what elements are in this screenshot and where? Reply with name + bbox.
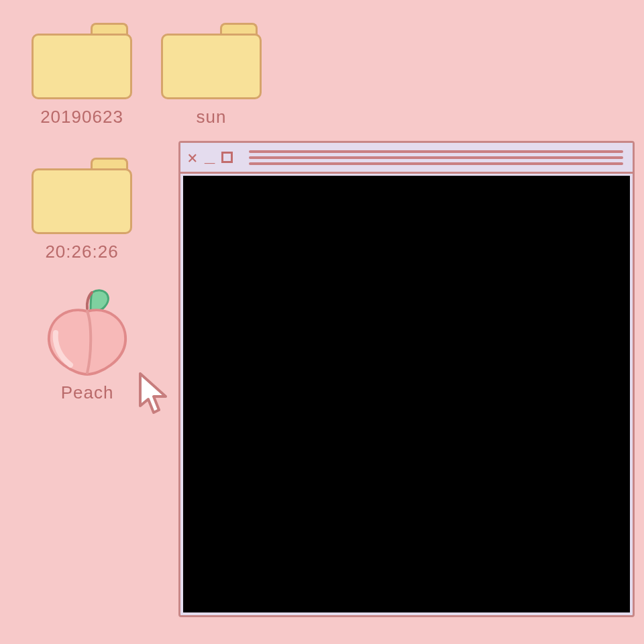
window-titlebar[interactable]: × _ <box>180 143 633 174</box>
maximize-icon[interactable] <box>221 152 233 163</box>
window-content <box>183 176 630 612</box>
folder-icon <box>32 23 132 100</box>
close-icon[interactable]: × <box>187 149 198 166</box>
folder-sun[interactable]: sun <box>158 23 265 127</box>
icon-label: 20:26:26 <box>28 241 136 262</box>
folder-time[interactable]: 20:26:26 <box>28 158 136 262</box>
app-peach[interactable]: Peach <box>37 288 138 403</box>
icon-label: sun <box>158 107 265 127</box>
titlebar-grip-icon <box>249 150 623 165</box>
folder-20190623[interactable]: 20190623 <box>28 23 136 127</box>
folder-icon <box>161 23 262 100</box>
peach-icon <box>44 288 131 376</box>
arrow-cursor-icon <box>138 372 168 418</box>
icon-label: 20190623 <box>28 107 136 127</box>
icon-label: Peach <box>37 382 138 403</box>
minimize-icon[interactable]: _ <box>205 145 215 162</box>
folder-icon <box>32 158 132 235</box>
app-window[interactable]: × _ <box>178 141 635 617</box>
